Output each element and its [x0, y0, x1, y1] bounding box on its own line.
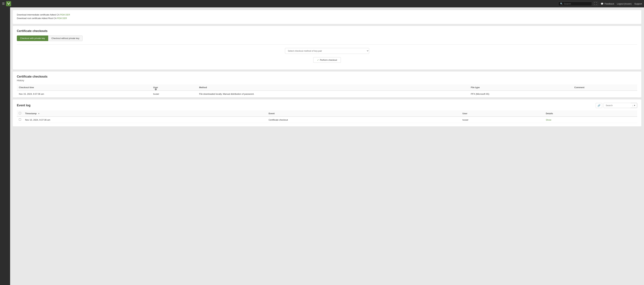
col-details: Details [544, 110, 637, 117]
col-event: Event [266, 110, 460, 117]
menu-icon[interactable]: ☰ [2, 2, 5, 5]
cell-timestamp: Nov 15, 2024, 9:37:36 am [23, 117, 266, 123]
col-checkout-time: Checkout time [17, 84, 151, 90]
sort-icon: ▼ [38, 113, 40, 115]
topbar: ☰ 🔍 ⛶ 💬 Feedback Logout (tvuser) Support [0, 0, 644, 7]
col-comment: Comment [572, 84, 637, 90]
checkout-form: Select checkout method of key-pair ✓ Per… [17, 44, 637, 66]
col-event-user: User [460, 110, 544, 117]
feedback-icon: 💬 [601, 2, 604, 5]
table-row: Nov 15, 2024, 9:37:36 am tvuser File dow… [17, 90, 637, 97]
support-link[interactable]: Support [634, 2, 642, 5]
row-checkbox[interactable] [19, 118, 21, 121]
history-table: Checkout time User Method File type Comm… [17, 84, 637, 97]
intermediate-cert-line: Download intermediate certificate Adtest… [17, 13, 637, 16]
search-bar: 🔍 [558, 2, 592, 6]
cell-checkbox[interactable] [17, 117, 23, 123]
event-log-card: Event log 🔗 ↓ ▾ [13, 99, 641, 126]
checkout-method-select[interactable]: Select checkout method of key-pair [285, 48, 369, 54]
sidebar [0, 7, 10, 285]
history-table-body: Nov 15, 2024, 9:37:36 am tvuser File dow… [17, 90, 637, 97]
intermediate-pem-link[interactable]: PEM [60, 13, 65, 16]
cell-checkout-time: Nov 15, 2024, 9:37:36 am [17, 90, 151, 97]
event-log-title: Event log [17, 104, 30, 107]
intermediate-der-link[interactable]: DER [65, 13, 70, 16]
col-file-type: File type [469, 84, 572, 90]
tab-without-private-key[interactable]: Checkout without private key [48, 35, 82, 41]
select-all-checkbox[interactable] [19, 112, 21, 114]
topbar-actions: 💬 Feedback Logout (tvuser) Support [601, 2, 642, 5]
event-table: Timestamp ▼ Event User Details Nov 15, 2… [17, 110, 637, 123]
link-icon-button[interactable]: 🔗 [596, 103, 602, 108]
root-cert-line: Download root certificate Adtest Root CA… [17, 17, 637, 19]
tab-with-private-key[interactable]: Checkout with private key [17, 35, 48, 41]
cert-downloads-section: Download intermediate certificate Adtest… [13, 10, 641, 24]
search-input[interactable] [564, 2, 590, 5]
cell-details[interactable]: Show [544, 117, 637, 123]
event-table-header: Timestamp ▼ Event User Details [17, 110, 637, 117]
history-card: Certificate checkouts History Checkout t… [13, 71, 641, 97]
event-search-box: ↓ ▾ [604, 103, 638, 108]
col-timestamp[interactable]: Timestamp ▼ [23, 110, 266, 117]
download-icon: ↓ [632, 104, 634, 107]
history-table-header: Checkout time User Method File type Comm… [17, 84, 637, 90]
history-subtitle: History [17, 79, 637, 82]
event-log-header-right: 🔗 ↓ ▾ [596, 103, 638, 108]
check-icon: ✓ [317, 59, 319, 61]
download-button[interactable]: ↓ ▾ [631, 103, 637, 108]
event-search-input[interactable] [604, 103, 631, 108]
col-method: Method [197, 84, 469, 90]
show-details-link[interactable]: Show [546, 119, 551, 121]
event-log-header: Event log 🔗 ↓ ▾ [17, 103, 637, 108]
logout-link[interactable]: Logout (tvuser) [617, 2, 632, 5]
root-pem-link[interactable]: PEM [57, 17, 62, 19]
cell-event: Certificate checkout [266, 117, 460, 123]
expand-icon[interactable]: ⛶ [593, 1, 598, 6]
cell-file-type: PFX (Microsoft IIS) [469, 90, 572, 97]
app-logo [6, 1, 11, 6]
feedback-link[interactable]: 💬 Feedback [601, 2, 614, 5]
cell-method: File downloaded locally. Manual distribu… [197, 90, 469, 97]
checkout-tabs: Checkout with private key Checkout witho… [17, 35, 637, 41]
history-card-title: Certificate checkouts [17, 75, 637, 78]
event-table-body: Nov 15, 2024, 9:37:36 am Certificate che… [17, 117, 637, 123]
cell-user: tvuser [151, 90, 197, 97]
dropdown-arrow: ▾ [634, 104, 635, 107]
table-row: Nov 15, 2024, 9:37:36 am Certificate che… [17, 117, 637, 123]
page-content: Download intermediate certificate Adtest… [10, 7, 644, 285]
certificate-checkouts-card: Certificate checkouts Checkout with priv… [13, 26, 641, 69]
main-wrapper: Download intermediate certificate Adtest… [0, 7, 644, 285]
perform-checkout-button[interactable]: ✓ Perform checkout [313, 57, 341, 63]
root-der-link[interactable]: DER [62, 17, 67, 19]
checkout-method-wrapper: Select checkout method of key-pair [285, 48, 369, 54]
cell-event-user: tvuser [460, 117, 544, 123]
col-select-all[interactable] [17, 110, 23, 117]
cell-comment [572, 90, 637, 97]
col-user: User [151, 84, 197, 90]
checkouts-card-title: Certificate checkouts [17, 29, 637, 33]
search-icon: 🔍 [560, 2, 563, 5]
